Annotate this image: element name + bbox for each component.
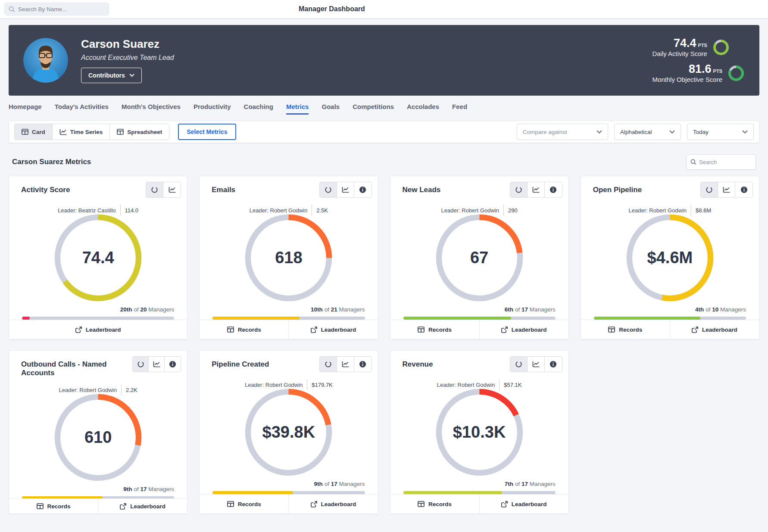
line-chart-view-button[interactable] — [337, 357, 354, 372]
view-card-button[interactable]: Card — [15, 124, 53, 140]
monthly-objective-score: 81.6PTS Monthly Objective Score — [652, 63, 745, 83]
rank-progress-fill — [594, 317, 700, 320]
leader-row: Leader: Robert Godwin $8.6M — [581, 205, 759, 216]
line-chart-icon — [532, 361, 540, 367]
leader-value: 2.5K — [316, 207, 328, 214]
leader-row: Leader: Robert Godwin 2.5K — [200, 205, 378, 216]
line-chart-view-button[interactable] — [337, 182, 354, 197]
leaderboard-button[interactable]: Leaderboard — [98, 499, 187, 513]
leaderboard-button[interactable]: Leaderboard — [289, 495, 378, 513]
info-icon — [549, 361, 557, 368]
records-table-icon — [227, 327, 234, 333]
info-button[interactable] — [545, 357, 562, 372]
rank-progress-fill — [212, 491, 293, 494]
pts-unit: PTS — [698, 43, 707, 48]
leader-divider — [499, 379, 500, 390]
tab-goals[interactable]: Goals — [322, 103, 340, 115]
gauge-icon — [137, 361, 144, 368]
view-time-series-button[interactable]: Time Series — [53, 124, 110, 140]
metric-card-pipeline-created: Pipeline Created — [199, 350, 378, 514]
line-chart-view-button[interactable] — [528, 182, 545, 197]
view-switcher: Card Time Series Spreadsheet — [14, 124, 169, 140]
info-button[interactable] — [165, 357, 181, 372]
records-button[interactable]: Records — [200, 320, 289, 339]
info-button[interactable] — [354, 357, 372, 372]
info-button[interactable] — [545, 182, 562, 197]
select-metrics-button[interactable]: Select Metrics — [178, 124, 236, 140]
tab-accolades[interactable]: Accolades — [407, 103, 439, 115]
leaderboard-button[interactable]: Leaderboard — [670, 320, 759, 339]
leaderboard-button[interactable]: Leaderboard — [9, 320, 187, 339]
records-button[interactable]: Records — [200, 495, 289, 513]
metric-gauge: $4.6M — [624, 212, 716, 304]
records-button[interactable]: Records — [390, 320, 480, 339]
dropdown-compare-against[interactable]: Compare against — [517, 124, 608, 140]
external-link-icon — [75, 327, 82, 333]
search-by-name-input[interactable] — [18, 6, 105, 12]
leaderboard-button[interactable]: Leaderboard — [480, 320, 568, 339]
manager-role: Account Executive Team Lead — [81, 54, 174, 62]
contributors-button[interactable]: Contributors — [81, 68, 142, 83]
gauge-icon — [151, 186, 158, 193]
info-button[interactable] — [354, 182, 372, 197]
tab-competitions[interactable]: Competitions — [353, 103, 394, 115]
records-button[interactable]: Records — [9, 499, 98, 513]
gauge-view-button[interactable] — [146, 182, 163, 197]
tab-feed[interactable]: Feed — [452, 103, 467, 115]
metric-card-revenue: Revenue Lea — [390, 350, 569, 514]
dropdown-today[interactable]: Today — [687, 124, 754, 140]
view-spreadsheet-button[interactable]: Spreadsheet — [110, 124, 169, 140]
rank-text: 4th of 10 Managers — [581, 304, 759, 313]
records-table-icon — [37, 503, 44, 509]
rank-progress-fill — [22, 317, 30, 320]
tab-productivity[interactable]: Productivity — [194, 103, 231, 115]
records-table-icon — [418, 501, 425, 507]
metric-card-outbound-calls-named-accounts: Outbound Calls - Named Accounts — [9, 350, 187, 514]
line-chart-view-button[interactable] — [528, 357, 545, 372]
tab-today-s-activities[interactable]: Today's Activities — [55, 103, 109, 115]
metrics-search-input[interactable] — [699, 159, 752, 165]
info-button[interactable] — [735, 182, 752, 197]
card-footer: Records Leaderboard — [200, 494, 378, 513]
records-table-icon — [227, 501, 234, 507]
leader-value: $57.1K — [504, 382, 521, 388]
leaderboard-button[interactable]: Leaderboard — [289, 320, 378, 339]
leader-row: Leader: Robert Godwin 2.2K — [9, 384, 187, 395]
rank-text: 7th of 17 Managers — [390, 478, 568, 487]
tab-month-s-objectives[interactable]: Month's Objectives — [122, 103, 181, 115]
search-icon — [690, 159, 696, 165]
metric-value: $39.8K — [243, 386, 334, 478]
records-button[interactable]: Records — [390, 495, 480, 513]
gauge-icon — [325, 361, 332, 368]
gauge-view-button[interactable] — [510, 357, 528, 372]
metric-value: 67 — [434, 212, 525, 304]
leaderboard-button[interactable]: Leaderboard — [480, 495, 568, 513]
metrics-search-box[interactable] — [686, 154, 756, 170]
metric-gauge: 74.4 — [52, 212, 144, 304]
rank-progress-bar — [212, 317, 365, 320]
gauge-view-button[interactable] — [701, 182, 718, 197]
tab-metrics[interactable]: Metrics — [286, 103, 309, 115]
chevron-down-icon — [742, 130, 748, 134]
records-button[interactable]: Records — [581, 320, 670, 339]
metric-gauge: $39.8K — [243, 386, 334, 478]
gauge-view-button[interactable] — [320, 182, 337, 197]
metric-card-title: New Leads — [403, 186, 441, 194]
rank-progress-fill — [212, 317, 299, 320]
gauge-view-button[interactable] — [133, 357, 149, 372]
name-search-box[interactable] — [4, 3, 109, 16]
rank-text: 20th of 20 Managers — [9, 304, 187, 313]
external-link-icon — [311, 501, 317, 507]
tab-coaching[interactable]: Coaching — [244, 103, 273, 115]
line-chart-view-button[interactable] — [163, 182, 181, 197]
monthly-score-ring — [727, 65, 745, 82]
metric-card-title: Outbound Calls - Named Accounts — [21, 360, 132, 377]
dropdown-alphabetical[interactable]: Alphabetical — [614, 124, 681, 140]
metric-gauge: $10.3K — [434, 386, 525, 478]
leader-divider — [120, 205, 121, 216]
line-chart-view-button[interactable] — [718, 182, 735, 197]
gauge-view-button[interactable] — [320, 357, 337, 372]
tab-homepage[interactable]: Homepage — [9, 103, 42, 115]
line-chart-view-button[interactable] — [149, 357, 165, 372]
gauge-view-button[interactable] — [510, 182, 528, 197]
